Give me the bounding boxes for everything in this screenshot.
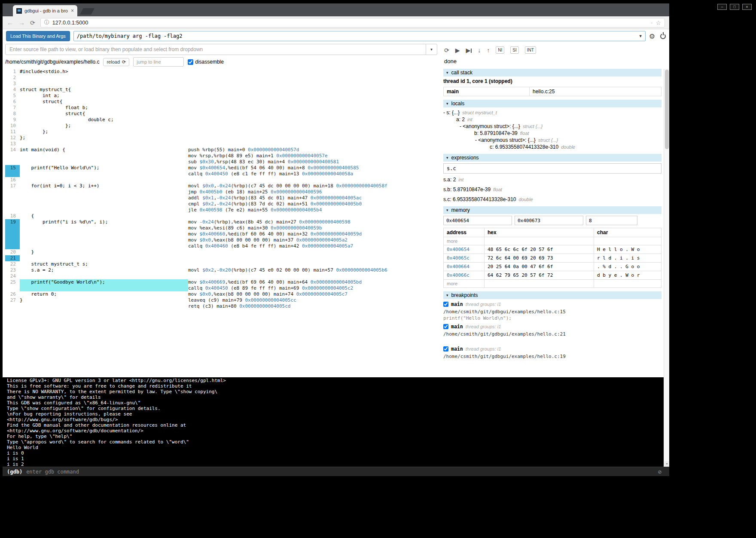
line-number[interactable]: 8 (5, 111, 20, 117)
disassemble-checkbox[interactable] (188, 59, 193, 65)
line-number[interactable]: 11 (5, 129, 20, 135)
line-number[interactable]: 10 (5, 123, 20, 129)
scrollbar-down-arrow[interactable]: ▾ (664, 461, 669, 467)
console-output[interactable]: License GPLv3+: GNU GPL version 3 or lat… (3, 377, 669, 467)
breakpoint-checkbox[interactable] (443, 346, 448, 352)
line-number[interactable]: 2 (5, 75, 20, 81)
line-number[interactable]: 24 (5, 273, 20, 279)
breakpoint-location[interactable]: /home/csmith/git/gdbgui/examples/hello.c… (443, 331, 662, 337)
breakpoint-function[interactable]: main (451, 346, 463, 352)
local-variable[interactable]: b: 5.87910847e-39float (443, 130, 662, 137)
line-number[interactable]: 4 (5, 87, 20, 93)
interrupt-button[interactable]: INT (525, 46, 536, 54)
line-number[interactable]: 20 (5, 249, 20, 255)
settings-gear-icon[interactable]: ⚙ (649, 32, 655, 40)
line-number[interactable]: 12 (5, 135, 20, 141)
memory-end-address-input[interactable] (515, 216, 583, 225)
continue-icon[interactable]: ▶ (455, 47, 460, 54)
line-number[interactable]: 16 (5, 177, 20, 183)
breakpoint-location[interactable]: /home/csmith/git/gdbgui/examples/hello.c… (443, 309, 662, 315)
signal-ban-icon[interactable]: ⊘ (658, 468, 662, 475)
page-scrollbar[interactable]: ▾ (664, 69, 669, 467)
tab-close-icon[interactable]: × (71, 8, 74, 14)
memory-address[interactable]: 0x40066c (444, 271, 485, 280)
memory-bytes-per-line-input[interactable] (586, 216, 637, 225)
line-number[interactable]: 23 (5, 267, 20, 273)
local-variable[interactable]: - <anonymous struct>: {...}struct {...} (443, 137, 662, 144)
next-instruction-button[interactable]: NI (496, 46, 504, 54)
refresh-icon[interactable]: ⟳ (30, 19, 35, 26)
minimize-button[interactable]: – (717, 4, 727, 10)
back-icon[interactable]: ← (7, 19, 13, 26)
close-window-button[interactable]: × (742, 4, 752, 10)
source-file-input[interactable] (5, 44, 426, 55)
line-number[interactable]: 14 (5, 147, 20, 165)
disassemble-toggle[interactable]: disassemble (188, 59, 224, 65)
local-variable[interactable]: - s: {...}struct mystruct_t (443, 109, 662, 116)
line-number[interactable]: 25 (5, 279, 20, 291)
step-out-icon[interactable]: ↑ (487, 47, 490, 54)
line-number[interactable]: 21 (5, 255, 20, 261)
line-number[interactable]: 18 (5, 213, 20, 219)
line-number[interactable]: 15 (5, 165, 20, 177)
memory-start-address-input[interactable] (443, 216, 512, 225)
line-number[interactable]: 9 (5, 117, 20, 123)
memory-address[interactable]: 0x400664 (444, 263, 485, 271)
expression-input[interactable] (443, 163, 662, 174)
shutdown-power-icon[interactable] (660, 34, 666, 39)
breakpoints-header[interactable]: ▾ breakpoints (443, 291, 662, 299)
memory-address[interactable]: 0x400654 (444, 245, 485, 254)
binary-dropdown-icon[interactable]: ▼ (639, 34, 643, 38)
jump-to-line-input[interactable] (133, 57, 184, 67)
memory-address[interactable]: 0x40065c (444, 254, 485, 263)
site-info-icon[interactable]: ⓘ (44, 19, 49, 26)
line-number[interactable]: 22 (5, 261, 20, 267)
line-number[interactable]: 5 (5, 93, 20, 99)
restart-icon[interactable]: ⟳ (444, 47, 449, 54)
bookmark-star-icon[interactable]: ☆ (655, 19, 661, 26)
forward-icon[interactable]: → (18, 19, 25, 26)
breakpoint-location[interactable]: /home/csmith/git/gdbgui/examples/hello.c… (443, 354, 662, 359)
call-stack-header[interactable]: ▾ call stack (443, 69, 662, 76)
breakpoint-function[interactable]: main (451, 301, 463, 307)
browser-tab[interactable]: gdbgui - gdb in a bro × (13, 5, 77, 16)
line-number[interactable]: 13 (5, 141, 20, 147)
breakpoint-checkbox[interactable] (443, 302, 448, 307)
memory-more-link[interactable]: more (444, 280, 485, 288)
line-number[interactable]: 7 (5, 105, 20, 111)
local-variable[interactable]: - <anonymous struct>: {...}struct {...} (443, 123, 662, 130)
local-variable[interactable]: a: 2int (443, 116, 662, 123)
scrollbar-thumb[interactable] (665, 70, 669, 149)
line-number[interactable]: 6 (5, 99, 20, 105)
load-binary-button[interactable]: Load This Binary and Args (6, 31, 70, 41)
expressions-header[interactable]: ▾ expressions (443, 154, 662, 162)
frame-location[interactable]: hello.c:25 (530, 87, 662, 96)
line-number[interactable]: 3 (5, 81, 20, 87)
memory-header[interactable]: ▾ memory (443, 206, 662, 214)
local-variable[interactable]: c: 6.9533558074413328e-310double (443, 144, 662, 150)
breakpoint-checkbox[interactable] (443, 324, 448, 329)
line-number[interactable]: 17 (5, 183, 20, 213)
maximize-button[interactable]: □ (730, 4, 739, 10)
locals-header[interactable]: ▾ locals (443, 100, 662, 107)
next-icon[interactable]: ▶ (466, 47, 472, 54)
page-action-icon[interactable]: ◦ (651, 20, 652, 26)
step-instruction-button[interactable]: SI (510, 46, 518, 54)
frame-function[interactable]: main (444, 87, 530, 96)
stack-frame-row[interactable]: main hello.c:25 (444, 87, 662, 96)
breakpoint-function[interactable]: main (451, 324, 463, 330)
line-number[interactable]: 1 (5, 69, 20, 75)
line-number[interactable]: 26 (5, 291, 20, 297)
reload-file-button[interactable]: reload ⟳ (103, 58, 129, 66)
line-number[interactable]: 19 (5, 219, 20, 249)
url-text[interactable]: 127.0.0.1:5000 (52, 20, 648, 26)
step-into-icon[interactable]: ↓ (478, 47, 481, 54)
source-file-dropdown-button[interactable]: ▾ (426, 44, 437, 55)
binary-args-input[interactable] (73, 31, 646, 41)
gdb-command-input[interactable] (26, 469, 654, 475)
memory-more-link[interactable]: more (444, 237, 485, 245)
line-number[interactable]: 27 (5, 297, 20, 309)
new-tab-button[interactable] (80, 8, 94, 15)
breakpoint-header: mainthread groups: i1 (443, 345, 662, 352)
url-bar[interactable]: ⓘ 127.0.0.1:5000 ◦ ☆ (40, 18, 665, 28)
